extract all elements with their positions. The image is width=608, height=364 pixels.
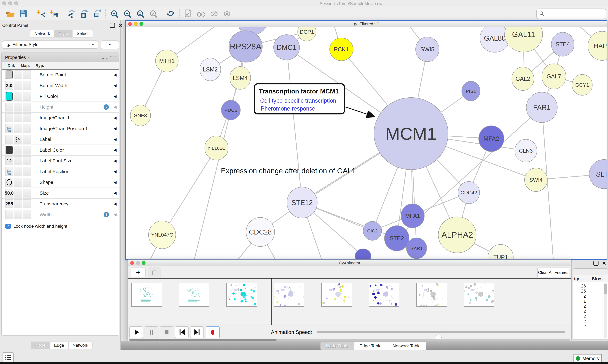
- frame-thumbnail-1[interactable]: [179, 283, 209, 306]
- frame-thumbnail-3[interactable]: [274, 283, 304, 306]
- default-value-cell[interactable]: [5, 92, 13, 101]
- frame-thumbnail-5[interactable]: [369, 283, 399, 306]
- network-edge[interactable]: [162, 148, 216, 235]
- play-button[interactable]: [129, 326, 143, 338]
- network-node-swi4[interactable]: SWI4: [525, 168, 547, 192]
- node-table[interactable]: ity Stres 26252122222: [573, 282, 608, 339]
- network-node-mth1[interactable]: MTH1: [155, 50, 178, 72]
- export-table-icon[interactable]: [80, 9, 88, 18]
- network-node-slt2[interactable]: SLT2: [589, 159, 607, 189]
- network-node-rps28a[interactable]: RPS28A: [229, 31, 262, 62]
- tab-node-table[interactable]: Node Table: [320, 342, 354, 350]
- frame-thumbnail-7[interactable]: [464, 283, 494, 306]
- table-row[interactable]: 2: [573, 294, 586, 299]
- network-node-cln3[interactable]: CLN3: [515, 139, 537, 162]
- task-history-button[interactable]: [2, 352, 14, 363]
- bypass-cell[interactable]: [23, 167, 31, 176]
- bypass-cell[interactable]: [23, 210, 31, 219]
- network-node-ste4[interactable]: STE4: [551, 32, 574, 56]
- network-node-gal7[interactable]: GAL7: [542, 64, 566, 89]
- network-node-lsm2[interactable]: LSM2: [200, 58, 221, 81]
- table-row[interactable]: 2: [573, 304, 586, 309]
- network-edge[interactable]: [287, 47, 302, 203]
- refresh-layout-icon[interactable]: [166, 9, 175, 18]
- clear-all-frames-button[interactable]: Clear All Frames: [537, 268, 569, 277]
- style-options-button[interactable]: ▾: [101, 40, 119, 49]
- network-node-gic2[interactable]: GIC2: [363, 221, 382, 240]
- annotation-box[interactable]: Transcription factor MCM1Cell-type-speci…: [254, 84, 344, 114]
- default-value-cell[interactable]: [5, 70, 13, 79]
- float-panel-icon[interactable]: [594, 261, 598, 266]
- expand-row-icon[interactable]: ◀: [114, 159, 117, 163]
- style-dropdown[interactable]: galFiltered Style ▾: [2, 40, 98, 49]
- network-node-pdc5[interactable]: PDC5: [221, 100, 240, 120]
- network-node-ynl047c[interactable]: YNL047C: [149, 221, 176, 249]
- mapping-cell[interactable]: [14, 199, 22, 208]
- network-canvas[interactable]: DCP1RPS28ADMC1PCK1MTH1LSM2LSM4SNF3PDC5YI…: [126, 27, 607, 259]
- default-value-cell[interactable]: 12: [5, 156, 13, 165]
- export-image-icon[interactable]: [93, 9, 101, 18]
- search-input[interactable]: [546, 11, 606, 16]
- tab-network[interactable]: Network: [69, 341, 93, 349]
- table-row[interactable]: 2: [573, 314, 586, 319]
- tab-node[interactable]: Node: [31, 341, 50, 349]
- network-node-dmc1[interactable]: DMC1: [274, 35, 300, 60]
- expand-row-icon[interactable]: ◀: [114, 83, 117, 88]
- expand-row-icon[interactable]: ◀: [114, 202, 117, 206]
- binoculars-icon[interactable]: [197, 9, 206, 18]
- lock-size-checkbox[interactable]: ✓: [5, 224, 11, 229]
- delete-frame-button[interactable]: [148, 268, 161, 277]
- tab-network[interactable]: Network: [30, 30, 54, 38]
- tab-edge[interactable]: Edge: [50, 341, 69, 349]
- close-window-icon[interactable]: [2, 1, 6, 5]
- info-icon[interactable]: i: [104, 212, 109, 217]
- canvas-note-text[interactable]: Expression change after deletion of GAL1: [221, 167, 356, 175]
- network-node-bar1[interactable]: BAR1: [406, 238, 427, 259]
- close-panel-icon[interactable]: ✕: [118, 23, 123, 27]
- export-network-icon[interactable]: [67, 9, 75, 18]
- network-node-ste12[interactable]: STE12: [287, 187, 317, 218]
- mapping-cell[interactable]: [14, 135, 22, 144]
- expand-row-icon[interactable]: ◀: [114, 126, 117, 131]
- property-row-label-font-size[interactable]: 12Label Font Size◀: [1, 156, 119, 166]
- frame-thumbnail-0[interactable]: [131, 283, 162, 306]
- stop-button[interactable]: [160, 326, 173, 338]
- expand-row-icon[interactable]: ◀: [114, 169, 117, 174]
- expand-row-icon[interactable]: ◀: [114, 94, 117, 99]
- network-node-pck1[interactable]: PCK1: [330, 38, 353, 61]
- mapping-cell[interactable]: [14, 81, 22, 90]
- property-row-transparency[interactable]: 255Transparency◀: [1, 199, 119, 209]
- bypass-cell[interactable]: [23, 156, 31, 165]
- search-box[interactable]: [537, 9, 606, 19]
- network-edge[interactable]: [194, 110, 231, 259]
- property-row-image-chart-position-1[interactable]: Image/Chart Position 1◀: [1, 123, 119, 134]
- property-row-image-chart-1[interactable]: Image/Chart 1◀: [1, 113, 119, 123]
- cyanimator-timeline[interactable]: 0123456789Seconds: [128, 279, 571, 325]
- open-folder-icon[interactable]: [6, 9, 14, 18]
- tab-edge-table[interactable]: Edge Table: [354, 342, 387, 350]
- record-button[interactable]: [206, 326, 220, 338]
- default-value-cell[interactable]: [5, 103, 13, 111]
- default-value-cell[interactable]: 2.0: [5, 81, 13, 90]
- mapping-cell[interactable]: [14, 103, 22, 111]
- bypass-cell[interactable]: [23, 113, 31, 122]
- default-value-cell[interactable]: [5, 146, 13, 155]
- animation-speed-slider[interactable]: [317, 331, 565, 333]
- frame-thumbnail-4[interactable]: [321, 283, 352, 306]
- network-node-far1[interactable]: FAR1: [526, 92, 557, 123]
- network-node-mfa1[interactable]: MFA1: [401, 204, 424, 228]
- table-row[interactable]: 2: [573, 324, 586, 329]
- default-value-cell[interactable]: [5, 167, 13, 176]
- annotation-link[interactable]: Cell-type-specific transcription: [260, 97, 336, 104]
- collapse-all-icon[interactable]: ⌃⌃: [109, 55, 116, 60]
- frame-thumbnail-2[interactable]: [226, 283, 257, 306]
- skip-start-button[interactable]: [175, 326, 189, 338]
- mapping-cell[interactable]: [14, 210, 22, 219]
- bypass-cell[interactable]: [23, 81, 31, 90]
- default-value-cell[interactable]: [5, 124, 13, 133]
- column-header-stress[interactable]: Stres: [592, 276, 603, 281]
- default-value-cell[interactable]: [5, 135, 13, 144]
- show-detail-icon[interactable]: [223, 9, 232, 18]
- expand-row-icon[interactable]: ◀: [114, 137, 117, 142]
- table-row[interactable]: 1: [573, 299, 586, 304]
